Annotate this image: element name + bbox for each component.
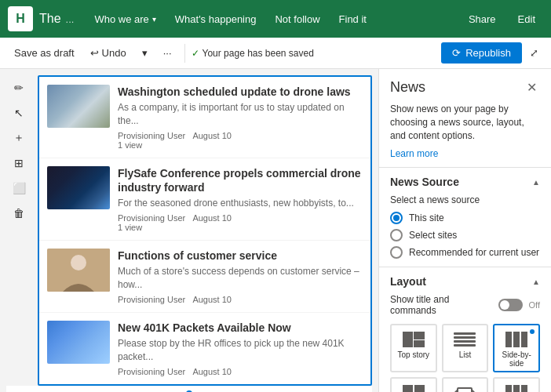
republish-label: Republish: [465, 47, 511, 59]
top-story-icon: [403, 332, 425, 347]
site-title: The: [39, 12, 61, 26]
radio-select-sites[interactable]: Select sites: [390, 229, 540, 241]
radio-circle-select-sites: [390, 229, 403, 241]
undo-button[interactable]: ↩ Undo: [84, 44, 133, 62]
news-views: 1 view: [118, 223, 142, 232]
expand-icon: ⤢: [530, 47, 538, 59]
more-options-button[interactable]: ···: [157, 44, 178, 62]
news-date: August 10: [192, 213, 232, 223]
close-button[interactable]: ✕: [524, 78, 540, 96]
main-layout: ✏ ↖ ＋ ⊞ ⬜ 🗑 Washington scheduled update …: [0, 69, 551, 392]
news-thumbnail: [47, 249, 110, 292]
news-views: 1 view: [118, 140, 142, 150]
section-header: News Source ▲: [390, 176, 540, 188]
layout-section-header: Layout ▲: [390, 275, 540, 288]
news-excerpt: As a company, it is important for us to …: [118, 101, 363, 128]
share-button[interactable]: Share: [461, 9, 504, 29]
news-title[interactable]: FlySafe Conference propels commercial dr…: [118, 166, 363, 194]
more-icon: ···: [163, 47, 172, 59]
news-date: August 10: [192, 367, 232, 376]
site-logo[interactable]: H: [8, 6, 33, 31]
nav-items: Who we are ▾ What's happening Not follow…: [86, 9, 460, 30]
news-meta: Provisioning User August 10 1 view: [118, 213, 363, 232]
news-item: Washington scheduled update to drone law…: [39, 77, 370, 158]
right-panel: News ✕ Show news on your page by choosin…: [378, 69, 551, 392]
nav-item-find-it[interactable]: Find it: [331, 9, 374, 30]
edit-pencil-button[interactable]: ✏: [8, 77, 30, 99]
undo-chevron-button[interactable]: ▾: [136, 44, 154, 62]
layout-option-carousel[interactable]: Carousel: [442, 377, 489, 392]
layout-section-title: Layout: [390, 275, 426, 288]
news-thumbnail: [47, 85, 110, 128]
toolbar-right: ⟳ Republish ⤢: [441, 42, 543, 64]
news-date: August 10: [192, 295, 232, 304]
news-source-section: News Source ▲ Select a news source This …: [379, 167, 551, 267]
news-author: Provisioning User: [118, 213, 185, 223]
person-image: [47, 249, 110, 292]
saved-text: Your page has been saved: [203, 48, 314, 59]
toggle-switch[interactable]: [498, 299, 522, 311]
news-item: FlySafe Conference propels commercial dr…: [39, 158, 370, 241]
news-author: Provisioning User: [118, 131, 185, 140]
radio-this-site[interactable]: This site: [390, 212, 540, 224]
news-content: Washington scheduled update to drone law…: [118, 85, 363, 150]
news-title[interactable]: New 401K Packets Available Now: [118, 321, 363, 335]
chevron-icon: ▾: [152, 15, 156, 24]
insert-button[interactable]: ＋: [8, 127, 30, 149]
news-author: Provisioning User: [118, 295, 185, 304]
layout-option-hub-news[interactable]: Hub News: [390, 377, 437, 392]
news-excerpt: Please stop by the HR offices to pick up…: [118, 337, 363, 364]
nav-item-not-follow[interactable]: Not follow: [267, 9, 327, 30]
collapse-icon[interactable]: ▲: [532, 178, 540, 187]
radio-label-recommended: Recommended for current user: [409, 247, 539, 258]
edit-button[interactable]: Edit: [510, 9, 543, 29]
top-story-label: Top story: [398, 350, 430, 359]
radio-label-this-site: This site: [409, 212, 444, 223]
layout-option-tiles[interactable]: Tiles: [493, 377, 540, 392]
check-icon: ✓: [192, 48, 199, 59]
radio-recommended[interactable]: Recommended for current user: [390, 246, 540, 259]
undo-icon: ↩: [90, 47, 99, 59]
tiles-icon: [505, 385, 527, 392]
news-thumbnail: [47, 321, 110, 364]
layout-option-top-story[interactable]: Top story: [390, 324, 437, 372]
radio-group: This site Select sites Recommended for c…: [390, 212, 540, 259]
news-author: Provisioning User: [118, 367, 185, 376]
learn-more-link[interactable]: Learn more: [379, 148, 551, 167]
news-meta: Provisioning User August 10 1 view: [118, 131, 363, 150]
toolbar: Save as draft ↩ Undo ▾ ··· ✓ Your page h…: [0, 38, 551, 69]
save-draft-label: Save as draft: [14, 47, 75, 59]
toggle-label: Show title and commands: [390, 294, 492, 316]
news-content: Functions of customer service Much of a …: [118, 249, 363, 304]
layout-options-grid: Top story List: [390, 324, 540, 392]
radio-circle-this-site: [390, 212, 403, 224]
section-title: News Source: [390, 176, 459, 188]
news-title[interactable]: Functions of customer service: [118, 249, 363, 263]
layout-section: Layout ▲ Show title and commands Off Top…: [379, 267, 551, 392]
news-thumbnail: [47, 166, 110, 209]
republish-button[interactable]: ⟳ Republish: [441, 42, 522, 64]
nav-item-who-we-are[interactable]: Who we are ▾: [86, 9, 163, 30]
editor-area: ✏ ↖ ＋ ⊞ ⬜ 🗑 Washington scheduled update …: [0, 69, 378, 392]
toggle-row: Show title and commands Off: [390, 294, 540, 316]
list-label: List: [459, 350, 472, 359]
news-meta: Provisioning User August 10: [118, 367, 363, 376]
expand-button[interactable]: ⤢: [525, 44, 543, 62]
save-as-draft-button[interactable]: Save as draft: [8, 44, 81, 62]
layout-option-list[interactable]: List: [442, 324, 489, 372]
pointer-button[interactable]: ↖: [8, 102, 30, 124]
editor-left-tools: ✏ ↖ ＋ ⊞ ⬜ 🗑: [8, 77, 30, 224]
media-button[interactable]: ⬜: [8, 177, 30, 199]
panel-title: News: [390, 79, 425, 96]
news-item: New 401K Packets Available Now Please st…: [39, 313, 370, 384]
delete-button[interactable]: 🗑: [8, 202, 30, 224]
layout-button[interactable]: ⊞: [8, 152, 30, 174]
news-title[interactable]: Washington scheduled update to drone law…: [118, 85, 363, 99]
top-navigation: H The ... Who we are ▾ What's happening …: [0, 0, 551, 38]
layout-collapse-icon[interactable]: ▲: [532, 278, 540, 286]
nav-item-whats-happening[interactable]: What's happening: [167, 9, 265, 30]
layout-option-side-by-side[interactable]: Side-by-side: [493, 324, 540, 372]
news-date: August 10: [192, 131, 232, 140]
list-icon: [454, 332, 476, 347]
svg-point-1: [71, 255, 86, 270]
